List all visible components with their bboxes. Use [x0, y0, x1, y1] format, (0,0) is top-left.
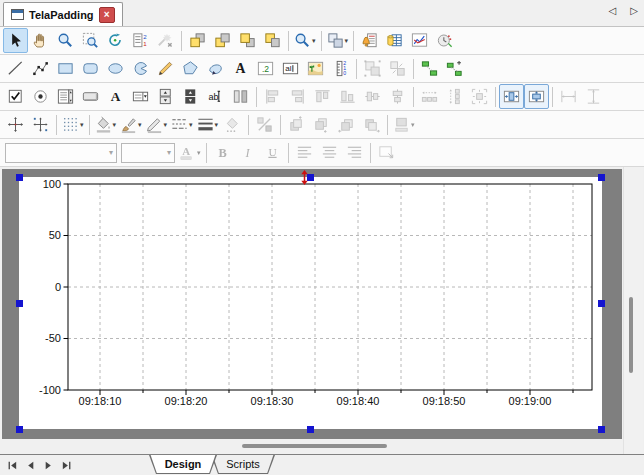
select-tool[interactable]: [3, 28, 28, 53]
insert-playback-button[interactable]: [432, 28, 457, 53]
pencil-tool[interactable]: [153, 56, 178, 81]
group-menu[interactable]: ▾: [325, 28, 351, 53]
next-sheet-button[interactable]: [41, 458, 56, 472]
rotate-tool[interactable]: [103, 28, 128, 53]
radio-control-tool[interactable]: [28, 84, 53, 109]
polygon-tool[interactable]: [178, 56, 203, 81]
send-backward-tool[interactable]: [260, 28, 285, 53]
order-back-tool-icon: [312, 115, 331, 134]
selection-handle-bottom-left[interactable]: [16, 426, 23, 433]
center-v-window-tool[interactable]: [524, 84, 549, 109]
insert-datagrid-button[interactable]: [382, 28, 407, 53]
svg-text:-100: -100: [39, 384, 61, 396]
edit-control-tool[interactable]: ab: [203, 84, 228, 109]
roundrect-tool[interactable]: [78, 56, 103, 81]
selection-handle-middle-right[interactable]: [598, 300, 605, 307]
picture-tool[interactable]: [303, 56, 328, 81]
sheet-tab-bar: Design Scripts: [0, 454, 644, 475]
grid-menu[interactable]: ▾: [60, 112, 86, 137]
svg-text:B: B: [218, 146, 226, 160]
svg-text:al: al: [285, 64, 291, 73]
zoom-menu[interactable]: ▾: [292, 28, 318, 53]
bring-to-front-tool[interactable]: [185, 28, 210, 53]
zoom-in-tool[interactable]: [53, 28, 78, 53]
pan-tool[interactable]: [28, 28, 53, 53]
combobox-control-tool[interactable]: [128, 84, 153, 109]
align-middle-h-tool-icon: [388, 87, 407, 106]
align-top-tool: [310, 84, 335, 109]
prev-sheet-button[interactable]: [23, 458, 38, 472]
text-tool[interactable]: A: [228, 56, 253, 81]
svg-text:A: A: [236, 61, 246, 76]
scale-tool[interactable]: 210: [328, 56, 353, 81]
line-tool[interactable]: [3, 56, 28, 81]
tab-design-label: Design: [149, 455, 217, 473]
document-tab-telapadding[interactable]: TelaPadding ×: [3, 2, 123, 26]
tab-order-tool[interactable]: 21: [128, 28, 153, 53]
polyline-tool-icon: [31, 59, 50, 78]
selection-handle-top-right[interactable]: [598, 174, 605, 181]
design-canvas[interactable]: 100500-50-10009:18:1009:18:2009:18:3009:…: [0, 167, 644, 454]
toolbar-separator: [256, 87, 257, 107]
selection-handle-bottom-right[interactable]: [598, 426, 605, 433]
display-tool[interactable]: .2: [253, 56, 278, 81]
e3chart-object[interactable]: 100500-50-10009:18:1009:18:2009:18:3009:…: [19, 177, 602, 429]
checkbox-control-tool[interactable]: [3, 84, 28, 109]
layers-backward-icon: [263, 31, 282, 50]
connection-tool[interactable]: [417, 56, 442, 81]
toolbar-separator: [280, 115, 281, 135]
listbox-control-tool-icon: [56, 87, 75, 106]
dropdown-arrow-icon: ▾: [345, 37, 349, 45]
listbox-control-tool[interactable]: [53, 84, 78, 109]
line-style-tool[interactable]: ▾: [169, 112, 195, 137]
font-name-combo: ▾: [5, 143, 117, 163]
button-control-tool[interactable]: [78, 84, 103, 109]
textbox-tool[interactable]: al: [278, 56, 303, 81]
nav-prev-icon: [24, 459, 37, 472]
connection-tool-icon: [420, 59, 439, 78]
bring-forward-tool[interactable]: [235, 28, 260, 53]
tab-design[interactable]: Design: [149, 455, 217, 474]
ellipse-tool[interactable]: [103, 56, 128, 81]
brush-style-tool[interactable]: ▾: [118, 112, 144, 137]
splitter-control-tool[interactable]: [228, 84, 253, 109]
spinner-dark-control-tool[interactable]: [178, 84, 203, 109]
zoom-region-tool[interactable]: [78, 28, 103, 53]
connection-add-tool[interactable]: [442, 56, 467, 81]
align-top-tool-icon: [313, 87, 332, 106]
vertical-scrollbar[interactable]: [623, 167, 643, 454]
tab-scripts[interactable]: Scripts: [211, 455, 275, 474]
rectangle-tool-icon: [56, 59, 75, 78]
text-align-center-tool: [317, 140, 342, 165]
label-control-tool[interactable]: A: [103, 84, 128, 109]
center-h-window-tool[interactable]: [499, 84, 524, 109]
tab-order-tool-icon: 21: [131, 31, 150, 50]
ungroup-tool-icon: [388, 59, 407, 78]
nudge-position-tool[interactable]: [3, 112, 28, 137]
polyline-tool[interactable]: [28, 56, 53, 81]
selection-handle-middle-left[interactable]: [16, 300, 23, 307]
selection-handle-bottom-middle[interactable]: [307, 426, 314, 433]
pie-tool[interactable]: [128, 56, 153, 81]
document-tab-title: TelaPadding: [29, 9, 94, 21]
close-tab-icon[interactable]: ×: [99, 7, 115, 23]
order-forward-tool: [359, 112, 384, 137]
scroll-tabs-left-icon[interactable]: ◁: [609, 5, 617, 16]
rectangle-tool[interactable]: [53, 56, 78, 81]
selection-handle-top-left[interactable]: [16, 174, 23, 181]
fill-color-tool[interactable]: ▾: [93, 112, 119, 137]
spinner-control-tool[interactable]: [153, 84, 178, 109]
horizontal-scrollbar-thumb[interactable]: [242, 444, 387, 448]
vertical-scrollbar-thumb[interactable]: [629, 297, 633, 373]
send-to-back-tool[interactable]: [210, 28, 235, 53]
text-align-center-tool-icon: [320, 143, 339, 162]
line-width-tool[interactable]: ▾: [195, 112, 221, 137]
insert-alarm-button[interactable]: [357, 28, 382, 53]
curve-tool[interactable]: [203, 56, 228, 81]
insert-chart-button[interactable]: [407, 28, 432, 53]
last-sheet-button[interactable]: [59, 458, 74, 472]
line-color-tool[interactable]: ▾: [144, 112, 170, 137]
scroll-tabs-right-icon[interactable]: ▷: [630, 5, 638, 16]
nudge-size-tool[interactable]: [28, 112, 53, 137]
first-sheet-button[interactable]: [5, 458, 20, 472]
